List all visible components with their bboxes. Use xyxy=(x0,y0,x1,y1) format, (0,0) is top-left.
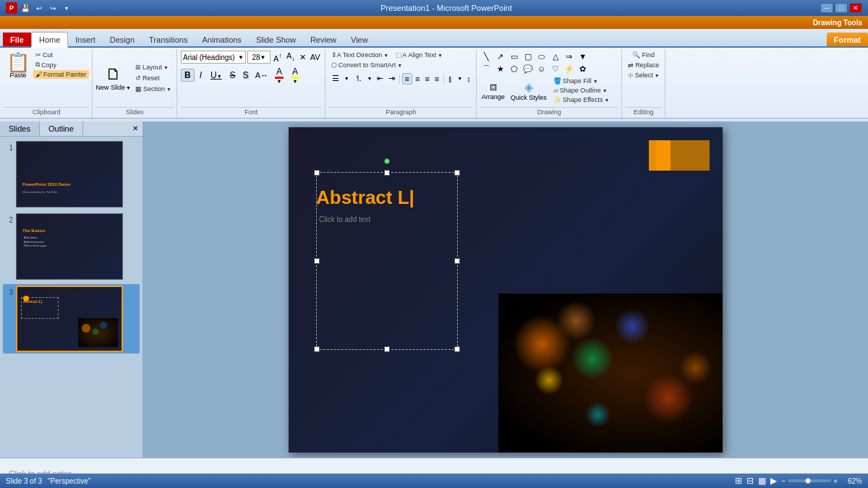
text-direction-button[interactable]: ⇕A Text Direction ▼ xyxy=(329,51,391,59)
numbering-button[interactable]: ⒈ xyxy=(352,72,365,85)
quick-save-btn[interactable]: 💾 xyxy=(20,2,31,14)
handle-br[interactable] xyxy=(454,346,460,352)
shape-outline-button[interactable]: ▱ Shape Outline ▼ xyxy=(551,86,612,95)
new-slide-dropdown-icon[interactable]: ▼ xyxy=(126,85,131,90)
bullets-dropdown[interactable]: ▼ xyxy=(343,75,351,82)
shape-more[interactable]: ▼ xyxy=(576,51,590,62)
slide-thumbnail-3[interactable]: Abstract L| xyxy=(16,286,123,352)
tab-slideshow[interactable]: Slide Show xyxy=(249,33,303,46)
arrange-button[interactable]: ⧈ Arrange xyxy=(480,79,506,102)
section-button[interactable]: ▦ Section ▼ xyxy=(133,85,174,93)
slide-thumb-3[interactable]: 3 Abstract L| xyxy=(3,284,140,354)
handle-tl[interactable] xyxy=(314,170,320,176)
handle-mr[interactable] xyxy=(454,258,460,264)
minimize-btn[interactable]: ─ xyxy=(820,3,833,13)
copy-button[interactable]: ⧉ Copy xyxy=(33,60,89,69)
tab-view[interactable]: View xyxy=(344,33,375,46)
decrease-indent-btn[interactable]: ⇤ xyxy=(375,73,386,84)
shape-star[interactable]: ★ xyxy=(494,63,507,74)
shape-rect[interactable]: ▭ xyxy=(508,51,521,62)
section-dropdown-icon[interactable]: ▼ xyxy=(166,87,171,92)
justify-btn[interactable]: ≡ xyxy=(433,74,441,84)
rotate-handle[interactable] xyxy=(384,158,390,164)
slide-title-text[interactable]: Abstract L| xyxy=(316,187,414,209)
slide-thumb-2[interactable]: 2 The Basics · Add slides· Add informati… xyxy=(3,212,140,281)
shape-oval[interactable]: ⬭ xyxy=(535,51,548,62)
shape-effects-button[interactable]: ✨ Shape Effects ▼ xyxy=(551,95,612,104)
view-slideshow-btn[interactable]: ▶ xyxy=(770,476,777,486)
align-text-dropdown-icon[interactable]: ▼ xyxy=(438,53,443,58)
tab-review[interactable]: Review xyxy=(303,33,344,46)
zoom-out-icon[interactable]: − xyxy=(781,477,786,485)
format-painter-button[interactable]: 🖌 Format Painter xyxy=(33,70,89,79)
clear-format-btn[interactable]: ✕ xyxy=(298,52,307,63)
underline-dropdown-icon[interactable]: ▼ xyxy=(217,74,222,79)
increase-font-btn[interactable]: A↑ xyxy=(272,51,284,64)
shape-arrow[interactable]: ↗ xyxy=(494,51,507,62)
increase-indent-btn[interactable]: ⇥ xyxy=(386,73,397,84)
shape-fill-dropdown[interactable]: ▼ xyxy=(593,79,598,84)
tab-format[interactable]: Format xyxy=(827,33,868,46)
sidebar-tab-outline[interactable]: Outline xyxy=(40,121,83,136)
underline-button[interactable]: U▼ xyxy=(207,69,226,82)
shape-pentagon[interactable]: ⬠ xyxy=(508,63,521,74)
bullets-button[interactable]: ☰ xyxy=(329,72,342,85)
handle-ml[interactable] xyxy=(314,258,320,264)
columns-dropdown[interactable]: ▼ xyxy=(456,75,464,82)
handle-bm[interactable] xyxy=(384,346,390,352)
font-color-btn[interactable]: A ▼ xyxy=(272,66,286,85)
numbering-dropdown[interactable]: ▼ xyxy=(366,75,374,82)
align-center-btn[interactable]: ≡ xyxy=(413,74,422,84)
smartart-dropdown-icon[interactable]: ▼ xyxy=(397,63,402,68)
handle-bl[interactable] xyxy=(314,346,320,352)
shape-flower[interactable]: ✿ xyxy=(576,63,590,74)
font-size-input[interactable]: 28 ▼ xyxy=(247,51,271,64)
redo-btn[interactable]: ↪ xyxy=(47,2,59,14)
tab-insert[interactable]: Insert xyxy=(68,33,103,46)
shape-smiley[interactable]: ☺ xyxy=(535,63,548,74)
align-left-btn[interactable]: ≡ xyxy=(402,73,412,85)
shape-rounded-rect[interactable]: ▢ xyxy=(522,51,535,62)
cut-button[interactable]: ✂ Cut xyxy=(33,51,89,59)
align-right-btn[interactable]: ≡ xyxy=(422,74,431,84)
handle-tr[interactable] xyxy=(454,170,460,176)
shape-fill-button[interactable]: 🪣 Shape Fill ▼ xyxy=(551,77,612,85)
replace-button[interactable]: ⇄ Replace xyxy=(626,61,661,69)
highlight-color-btn[interactable]: A ▼ xyxy=(288,66,302,85)
view-reading-btn[interactable]: ▦ xyxy=(758,476,766,486)
shape-curve[interactable]: ⌒ xyxy=(480,63,493,74)
tab-design[interactable]: Design xyxy=(103,33,142,46)
find-button[interactable]: 🔍 Find xyxy=(630,51,657,59)
qa-dropdown[interactable]: ▼ xyxy=(61,2,72,14)
space-btn[interactable]: A↔ xyxy=(253,70,271,80)
decrease-font-btn[interactable]: A↓ xyxy=(285,51,297,63)
shape-outline-dropdown[interactable]: ▼ xyxy=(603,88,608,93)
zoom-slider[interactable]: − + xyxy=(781,477,838,485)
shape-arrow-right[interactable]: ⇒ xyxy=(563,51,576,62)
undo-btn[interactable]: ↩ xyxy=(33,2,45,14)
zoom-level[interactable]: 62% xyxy=(842,477,862,485)
slide-thumbnail-1[interactable]: PowerPoint 2010 Demo Demonstration for Y… xyxy=(16,141,123,207)
close-btn[interactable]: ✕ xyxy=(849,3,862,13)
zoom-in-icon[interactable]: + xyxy=(833,477,838,485)
shape-line[interactable]: ╲ xyxy=(480,51,493,62)
tab-file[interactable]: File xyxy=(3,33,31,46)
new-slide-button[interactable]: 🗋 New Slide ▼ xyxy=(96,65,131,91)
line-spacing-btn[interactable]: ↕ xyxy=(464,74,473,84)
italic-button[interactable]: I xyxy=(196,69,205,82)
quick-styles-button[interactable]: ◈ Quick Styles xyxy=(509,79,548,103)
maximize-btn[interactable]: □ xyxy=(835,3,848,13)
bold-button[interactable]: B xyxy=(181,69,195,82)
columns-btn[interactable]: ⫿ xyxy=(446,74,455,84)
view-normal-btn[interactable]: ⊞ xyxy=(735,476,742,486)
align-text-button[interactable]: ⬚A Align Text ▼ xyxy=(393,51,445,59)
layout-dropdown-icon[interactable]: ▼ xyxy=(163,65,169,70)
tab-home[interactable]: Home xyxy=(31,32,68,48)
slide-subtitle-placeholder[interactable]: Click to add text xyxy=(319,215,370,223)
layout-button[interactable]: ⊞ Layout ▼ xyxy=(133,63,174,72)
font-name-input[interactable]: Arial (Headings) ▼ xyxy=(181,51,246,64)
font-name-dropdown-icon[interactable]: ▼ xyxy=(238,54,244,61)
slide-thumbnail-2[interactable]: The Basics · Add slides· Add information… xyxy=(16,213,123,280)
char-spacing-btn[interactable]: AV xyxy=(309,52,322,62)
text-direction-dropdown-icon[interactable]: ▼ xyxy=(383,53,388,58)
